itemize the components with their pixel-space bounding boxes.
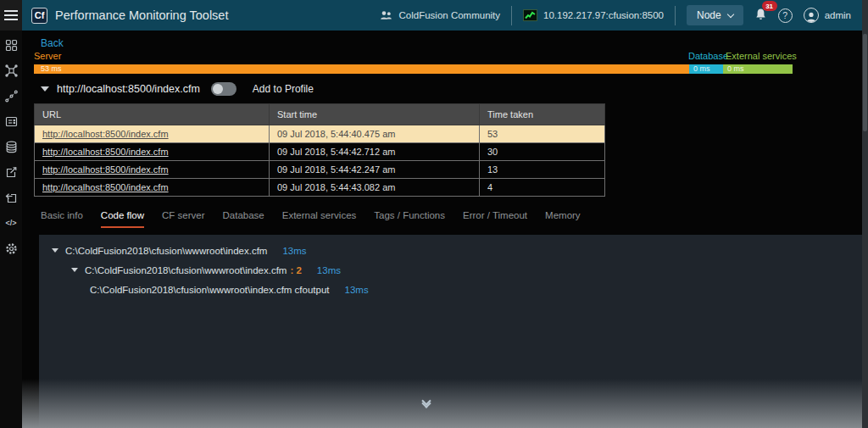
code-flow-path: C:\ColdFusion2018\cfusion\wwwroot\index.…	[90, 285, 330, 295]
import-arrow-icon	[4, 191, 19, 205]
hamburger-menu-icon[interactable]	[0, 0, 22, 31]
coldfusion-logo: Cf	[31, 8, 47, 24]
table-row: http://localhost:8500/index.cfm 09 Jul 2…	[35, 161, 605, 179]
notifications-button[interactable]: 31	[754, 8, 767, 23]
app-header: Cf Performance Monitoring Toolset ColdFu…	[22, 0, 862, 31]
code-icon: </>	[5, 219, 16, 227]
time-taken-cell: 53	[480, 125, 605, 143]
server-time-segment[interactable]: 53 ms	[34, 64, 689, 74]
table-row: http://localhost:8500/index.cfm 09 Jul 2…	[35, 143, 605, 161]
time-taken-cell: 30	[480, 143, 605, 161]
time-taken-cell: 4	[480, 179, 605, 197]
start-time-cell: 09 Jul 2018, 5:44:40.475 am	[270, 125, 480, 143]
header-divider	[675, 6, 676, 25]
code-flow-count: : 2	[290, 265, 301, 275]
start-time-cell: 09 Jul 2018, 5:44:43.082 am	[270, 179, 480, 197]
external-services-timeline-label: External services	[726, 51, 797, 61]
header-divider	[511, 6, 512, 25]
code-flow-path: C:\ColdFusion2018\cfusion\wwwroot\index.…	[65, 246, 267, 256]
code-flow-time: 13ms	[317, 265, 341, 275]
column-header-url: URL	[35, 104, 270, 125]
tab-cf-server[interactable]: CF server	[162, 210, 204, 228]
tab-external-services[interactable]: External services	[282, 210, 357, 228]
code-flow-time: 13ms	[282, 246, 306, 256]
code-flow-node: C:\ColdFusion2018\cfusion\wwwroot\index.…	[39, 260, 862, 280]
database-time-segment[interactable]: 0 ms	[689, 64, 723, 74]
sidebar-item-list-report[interactable]	[3, 114, 19, 129]
node-address[interactable]: 10.192.217.97:cfusion:8500	[523, 9, 664, 21]
back-link[interactable]: Back	[41, 37, 64, 49]
collapse-node-icon[interactable]	[52, 248, 58, 253]
sidebar-item-import[interactable]	[3, 190, 19, 205]
scrollbar-thumb[interactable]	[863, 34, 867, 131]
sidebar-item-settings[interactable]	[3, 241, 19, 256]
database-icon	[4, 140, 19, 154]
code-flow-time: 13ms	[345, 285, 369, 295]
node-dropdown-button[interactable]: Node	[687, 5, 743, 25]
sidebar-item-database[interactable]	[3, 139, 19, 154]
app-window: </> Cf Performance Monitoring Toolset	[0, 0, 868, 428]
request-url-label: http://localhost:8500/index.cfm	[57, 83, 200, 95]
steps-trace-icon	[4, 89, 19, 103]
tab-error-timeout[interactable]: Error / Timeout	[463, 210, 527, 228]
request-link[interactable]: http://localhost:8500/index.cfm	[42, 147, 169, 157]
database-timeline-label: Database	[688, 51, 728, 61]
page-title: Performance Monitoring Toolset	[55, 8, 228, 22]
left-sidebar: </>	[0, 0, 22, 428]
request-link[interactable]: http://localhost:8500/index.cfm	[42, 182, 169, 192]
code-flow-node: C:\ColdFusion2018\cfusion\wwwroot\index.…	[39, 280, 862, 299]
time-taken-cell: 13	[480, 161, 605, 179]
node-dropdown-label: Node	[697, 9, 721, 21]
tab-memory[interactable]: Memory	[545, 210, 581, 228]
node-address-label: 10.192.217.97:cfusion:8500	[543, 10, 664, 20]
sidebar-item-dashboard[interactable]	[3, 37, 19, 53]
username-label: admin	[825, 10, 851, 20]
code-flow-node: C:\ColdFusion2018\cfusion\wwwroot\index.…	[39, 241, 862, 260]
sidebar-item-export[interactable]	[3, 164, 19, 180]
community-link[interactable]: ColdFusion Community	[380, 10, 501, 21]
add-to-profile-label: Add to Profile	[253, 83, 314, 95]
chevron-down-icon	[726, 10, 733, 17]
column-header-start-time: Start time	[270, 104, 480, 125]
avatar	[804, 8, 819, 23]
vertical-scrollbar[interactable]	[862, 0, 868, 428]
list-box-icon	[4, 114, 19, 129]
request-link[interactable]: http://localhost:8500/index.cfm	[42, 129, 169, 139]
sidebar-item-topology[interactable]	[3, 63, 19, 78]
start-time-cell: 09 Jul 2018, 5:44:42.712 am	[270, 143, 480, 161]
scroll-down-chevron-icon[interactable]	[420, 397, 432, 407]
tab-basic-info[interactable]: Basic info	[41, 210, 83, 228]
community-label: ColdFusion Community	[399, 10, 501, 20]
table-row: http://localhost:8500/index.cfm 09 Jul 2…	[35, 179, 605, 197]
help-button[interactable]: ?	[778, 8, 793, 23]
people-icon	[380, 10, 393, 21]
sidebar-item-code[interactable]: </>	[3, 215, 19, 231]
column-header-time-taken: Time taken	[480, 104, 605, 125]
dashboard-grid-icon	[4, 38, 19, 53]
user-menu[interactable]: admin	[804, 8, 851, 23]
collapse-request-icon[interactable]	[41, 86, 49, 92]
tab-database[interactable]: Database	[222, 210, 264, 228]
main-content: Back Server Database External services 5…	[22, 31, 862, 428]
settings-gear-icon	[4, 242, 19, 256]
node-health-chart-icon	[523, 9, 537, 21]
request-timeline-bar: 53 ms 0 ms 0 ms	[34, 64, 793, 74]
request-link[interactable]: http://localhost:8500/index.cfm	[42, 164, 169, 175]
add-to-profile-toggle[interactable]	[211, 82, 236, 96]
toggle-knob	[213, 84, 223, 94]
request-table: URL Start time Time taken http://localho…	[34, 103, 605, 197]
code-flow-panel: C:\ColdFusion2018\cfusion\wwwroot\index.…	[39, 235, 862, 428]
server-timeline-label: Server	[34, 51, 61, 61]
collapse-node-icon[interactable]	[71, 268, 78, 272]
start-time-cell: 09 Jul 2018, 5:44:42.247 am	[270, 161, 480, 179]
sidebar-item-traces[interactable]	[3, 88, 19, 103]
topology-icon	[4, 64, 19, 78]
table-header-row: URL Start time Time taken	[35, 104, 605, 125]
tab-tags-functions[interactable]: Tags / Functions	[374, 210, 445, 228]
notification-count-badge: 31	[762, 1, 777, 11]
external-time-segment[interactable]: 0 ms	[723, 64, 793, 74]
tab-code-flow[interactable]: Code flow	[101, 210, 144, 228]
table-row: http://localhost:8500/index.cfm 09 Jul 2…	[35, 125, 605, 143]
export-arrow-icon	[4, 165, 19, 180]
detail-tabs: Basic info Code flow CF server Database …	[41, 210, 581, 228]
